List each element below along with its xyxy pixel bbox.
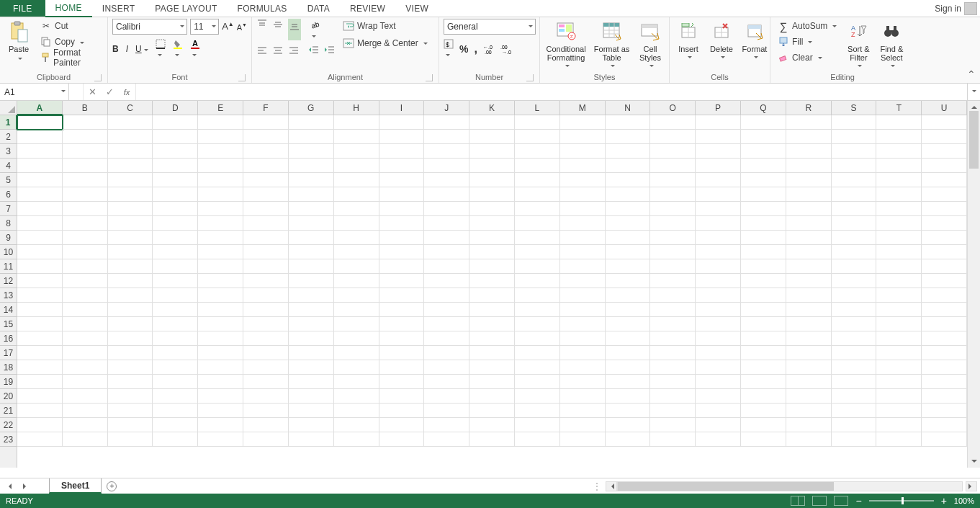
cell[interactable] — [606, 216, 651, 231]
cell[interactable] — [876, 389, 922, 404]
align-left-icon[interactable] — [256, 45, 268, 56]
cell[interactable] — [243, 418, 289, 432]
cell[interactable] — [108, 274, 153, 288]
sign-in[interactable]: Sign in — [935, 0, 980, 17]
border-button[interactable] — [156, 39, 166, 59]
page-layout-view-button[interactable] — [812, 496, 827, 506]
column-header[interactable]: I — [379, 101, 425, 115]
cell[interactable] — [696, 375, 741, 389]
cell[interactable] — [876, 288, 922, 303]
format-as-table-button[interactable]: Format as Table — [592, 19, 631, 69]
cell[interactable] — [560, 303, 606, 317]
cell[interactable] — [108, 115, 153, 130]
cell[interactable] — [876, 259, 922, 274]
cell[interactable] — [63, 216, 108, 231]
cell[interactable] — [515, 375, 560, 389]
font-size-select[interactable]: 11 — [190, 19, 219, 35]
cell[interactable] — [650, 202, 696, 216]
cell[interactable] — [63, 389, 108, 404]
cell[interactable] — [153, 274, 198, 288]
cell[interactable] — [289, 331, 334, 346]
cell[interactable] — [469, 202, 515, 216]
cell[interactable] — [63, 303, 108, 317]
cell[interactable] — [832, 159, 877, 173]
cell[interactable] — [289, 144, 334, 159]
cell[interactable] — [243, 375, 289, 389]
column-header[interactable]: C — [108, 101, 153, 115]
tab-insert[interactable]: INSERT — [92, 0, 145, 17]
cell[interactable] — [334, 288, 379, 303]
cell[interactable] — [108, 317, 153, 331]
cell[interactable] — [469, 115, 515, 130]
cell[interactable] — [469, 231, 515, 245]
cell[interactable] — [379, 346, 425, 360]
autosum-button[interactable]: ∑AutoSum — [775, 19, 840, 33]
cell[interactable] — [108, 346, 153, 360]
formula-input[interactable] — [135, 84, 967, 100]
paste-button[interactable]: Paste — [4, 19, 33, 63]
bold-button[interactable]: B — [112, 44, 119, 54]
cell[interactable] — [198, 259, 243, 274]
cell[interactable] — [153, 346, 198, 360]
cell[interactable] — [650, 331, 696, 346]
cell[interactable] — [876, 115, 922, 130]
cell[interactable] — [786, 259, 832, 274]
cell[interactable] — [17, 245, 63, 259]
cell[interactable] — [198, 418, 243, 432]
tab-home[interactable]: HOME — [45, 0, 92, 17]
cell[interactable] — [198, 274, 243, 288]
align-right-icon[interactable] — [288, 45, 300, 56]
cell[interactable] — [650, 389, 696, 404]
cell[interactable] — [198, 115, 243, 130]
cell[interactable] — [832, 360, 877, 375]
row-header[interactable]: 20 — [0, 389, 17, 404]
cell[interactable] — [424, 432, 469, 447]
cell[interactable] — [424, 375, 469, 389]
cell[interactable] — [469, 389, 515, 404]
cell[interactable] — [153, 115, 198, 130]
alignment-launcher[interactable] — [426, 74, 433, 81]
conditional-formatting-button[interactable]: ≠Conditional Formatting — [544, 19, 588, 69]
cell[interactable] — [63, 115, 108, 130]
cell[interactable] — [832, 432, 877, 447]
tab-formulas[interactable]: FORMULAS — [228, 0, 297, 17]
cell[interactable] — [606, 288, 651, 303]
cell[interactable] — [198, 173, 243, 187]
cell[interactable] — [424, 331, 469, 346]
cell[interactable] — [198, 130, 243, 144]
cell[interactable] — [334, 303, 379, 317]
cell[interactable] — [379, 187, 425, 202]
cells-area[interactable] — [17, 115, 967, 468]
cell[interactable] — [108, 418, 153, 432]
cell[interactable] — [876, 187, 922, 202]
cell[interactable] — [289, 346, 334, 360]
cell[interactable] — [832, 274, 877, 288]
cell[interactable] — [334, 202, 379, 216]
merge-center-button[interactable]: Merge & Center — [340, 36, 431, 50]
cell[interactable] — [560, 130, 606, 144]
comma-format-icon[interactable]: , — [474, 43, 477, 55]
cell[interactable] — [469, 216, 515, 231]
cell[interactable] — [289, 360, 334, 375]
cell[interactable] — [741, 346, 786, 360]
cell[interactable] — [243, 159, 289, 173]
cell[interactable] — [198, 404, 243, 418]
cell[interactable] — [469, 259, 515, 274]
new-sheet-button[interactable]: + — [102, 478, 122, 494]
cell[interactable] — [515, 259, 560, 274]
cell[interactable] — [876, 360, 922, 375]
row-header[interactable]: 16 — [0, 331, 17, 346]
cell[interactable] — [650, 245, 696, 259]
format-cells-button[interactable]: Format — [740, 19, 769, 61]
cell[interactable] — [153, 288, 198, 303]
cell[interactable] — [153, 144, 198, 159]
column-header[interactable]: K — [469, 101, 515, 115]
row-header[interactable]: 15 — [0, 317, 17, 331]
cell[interactable] — [334, 418, 379, 432]
cell[interactable] — [606, 432, 651, 447]
row-header[interactable]: 3 — [0, 144, 17, 159]
column-header[interactable]: G — [289, 101, 334, 115]
cell[interactable] — [922, 418, 967, 432]
row-header[interactable]: 10 — [0, 245, 17, 259]
cell[interactable] — [108, 303, 153, 317]
